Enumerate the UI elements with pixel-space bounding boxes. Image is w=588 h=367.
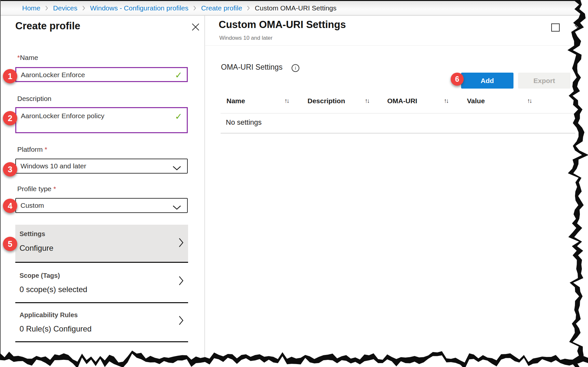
oma-uri-settings-label: OMA-URI Settings bbox=[221, 63, 282, 72]
window-top-border bbox=[0, 0, 588, 1]
breadcrumb-current: Custom OMA-URI Settings bbox=[255, 4, 336, 12]
breadcrumb-home[interactable]: Home bbox=[22, 4, 40, 12]
name-input[interactable]: AaronLocker Enforce ✓ bbox=[15, 67, 188, 82]
profile-type-label: Profile type * bbox=[17, 185, 56, 193]
breadcrumb-devices[interactable]: Devices bbox=[53, 4, 77, 12]
window-left-border bbox=[0, 0, 1, 367]
chevron-right-icon bbox=[179, 276, 184, 287]
step-badge-3: 3 bbox=[3, 162, 17, 176]
breadcrumb-configuration-profiles[interactable]: Windows - Configuration profiles bbox=[90, 4, 188, 12]
step-badge-4: 4 bbox=[3, 199, 17, 213]
settings-section-value: Configure bbox=[20, 244, 53, 253]
scope-tags-title: Scope (Tags) bbox=[20, 272, 60, 279]
platform-label: Platform * bbox=[17, 146, 47, 153]
create-profile-title: Create profile bbox=[15, 20, 80, 32]
oma-uri-panel-subtitle: Windows 10 and later bbox=[219, 35, 272, 41]
applicability-rules-title: Applicability Rules bbox=[20, 311, 78, 319]
breadcrumb-create-profile[interactable]: Create profile bbox=[201, 4, 242, 12]
chevron-right-icon bbox=[193, 6, 196, 11]
screen: Home Devices Windows - Configuration pro… bbox=[0, 0, 588, 367]
platform-dropdown[interactable]: Windows 10 and later bbox=[15, 159, 188, 174]
oma-uri-panel-title: Custom OMA-URI Settings bbox=[219, 19, 346, 31]
column-header-description: Description bbox=[308, 97, 345, 105]
breadcrumb: Home Devices Windows - Configuration pro… bbox=[1, 1, 588, 16]
sort-icon[interactable]: ↑↓ bbox=[444, 97, 448, 105]
step-badge-1: 1 bbox=[3, 69, 17, 83]
step-badge-5: 5 bbox=[3, 237, 17, 251]
export-button[interactable]: Export bbox=[518, 73, 570, 89]
maximize-icon[interactable] bbox=[551, 23, 560, 32]
info-icon[interactable]: i bbox=[292, 64, 299, 72]
profile-type-dropdown[interactable]: Custom bbox=[15, 198, 188, 213]
scope-tags-value: 0 scope(s) selected bbox=[20, 285, 87, 294]
step-badge-6: 6 bbox=[451, 73, 464, 86]
chevron-right-icon bbox=[247, 6, 250, 11]
required-asterisk: * bbox=[45, 146, 47, 153]
header-divider bbox=[205, 45, 588, 46]
close-icon[interactable] bbox=[574, 24, 582, 33]
chevron-right-icon bbox=[179, 316, 184, 327]
description-input-value: AaronLocker Enforce policy bbox=[21, 112, 104, 120]
sort-icon[interactable]: ↑↓ bbox=[284, 97, 289, 105]
chevron-right-icon bbox=[45, 6, 48, 11]
applicability-rules-section[interactable]: Applicability Rules 0 Rule(s) Configured bbox=[15, 303, 188, 342]
required-asterisk: * bbox=[53, 185, 56, 192]
name-input-value: AaronLocker Enforce bbox=[21, 71, 85, 79]
applicability-rules-value: 0 Rule(s) Configured bbox=[20, 324, 91, 333]
table-bottom-divider bbox=[221, 133, 575, 134]
chevron-down-icon bbox=[172, 204, 181, 212]
description-label: Description bbox=[17, 95, 51, 103]
description-input[interactable]: AaronLocker Enforce policy ✓ bbox=[15, 107, 188, 133]
table-header-divider bbox=[221, 113, 575, 114]
sort-icon[interactable]: ↑↓ bbox=[527, 97, 531, 105]
scope-tags-section[interactable]: Scope (Tags) 0 scope(s) selected bbox=[15, 263, 188, 303]
valid-check-icon: ✓ bbox=[175, 111, 182, 121]
required-asterisk: * bbox=[17, 54, 20, 61]
column-header-oma-uri: OMA-URI bbox=[387, 97, 417, 105]
chevron-right-icon bbox=[179, 238, 184, 249]
settings-section-title: Settings bbox=[20, 230, 45, 238]
chevron-right-icon bbox=[82, 6, 85, 11]
step-badge-2: 2 bbox=[3, 111, 17, 125]
platform-dropdown-value: Windows 10 and later bbox=[21, 162, 86, 170]
column-header-name: Name bbox=[226, 97, 245, 105]
panel-divider bbox=[204, 16, 205, 367]
profile-type-dropdown-value: Custom bbox=[21, 202, 44, 209]
name-label: *Name bbox=[17, 54, 38, 62]
sort-icon[interactable]: ↑↓ bbox=[365, 97, 369, 105]
settings-section[interactable]: Settings Configure bbox=[15, 225, 188, 263]
valid-check-icon: ✓ bbox=[175, 70, 182, 80]
chevron-down-icon bbox=[172, 164, 181, 172]
table-empty-text: No settings bbox=[226, 118, 262, 127]
column-header-value: Value bbox=[467, 97, 485, 105]
close-icon[interactable] bbox=[191, 23, 200, 31]
add-button[interactable]: Add bbox=[461, 73, 513, 89]
